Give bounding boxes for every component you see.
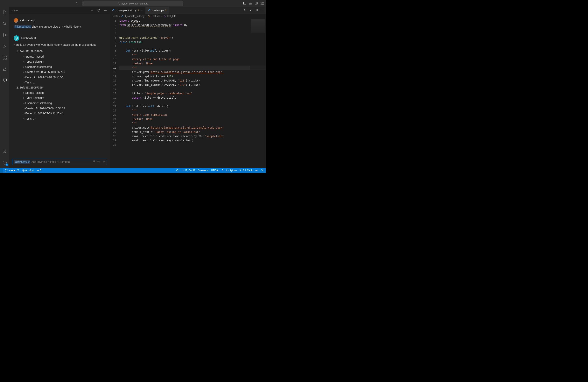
- more-icon[interactable]: [104, 9, 107, 12]
- customize-layout-icon[interactable]: [261, 2, 264, 5]
- svg-point-28: [148, 9, 149, 10]
- bot-avatar: [14, 35, 19, 41]
- svg-point-41: [257, 170, 257, 171]
- toggle-primary-sidebar-icon[interactable]: [243, 2, 246, 5]
- titlebar-nav: [75, 2, 85, 5]
- svg-point-31: [261, 10, 261, 10]
- minimap[interactable]: [250, 19, 266, 168]
- builds-list: Build ID: 29139969Status: PassedType: Se…: [20, 49, 105, 121]
- chat-view-icon[interactable]: [0, 76, 9, 84]
- tab-lt-sample-todo[interactable]: lt_sample_todo.py 2: [110, 7, 146, 14]
- sidebar-title: CHAT: [12, 9, 18, 12]
- svg-point-34: [5, 170, 6, 170]
- python-file-icon: [121, 15, 124, 18]
- sync-icon[interactable]: [17, 169, 19, 172]
- breadcrumb-file[interactable]: lt_sample_todo.py: [125, 15, 145, 18]
- run-icon[interactable]: [243, 9, 246, 12]
- breadcrumb[interactable]: tests › lt_sample_todo.py › TestLink › t…: [110, 14, 266, 19]
- extensions-view-icon[interactable]: [0, 54, 9, 62]
- svg-rect-3: [249, 2, 252, 4]
- search-text: pytest-selenium-sample: [122, 2, 148, 5]
- toggle-panel-icon[interactable]: [249, 2, 252, 5]
- class-symbol-icon: [147, 15, 150, 18]
- svg-point-35: [5, 171, 6, 171]
- code-content[interactable]: import pytest from selenium.webdriver.co…: [119, 19, 266, 168]
- close-tab-icon[interactable]: [140, 9, 143, 12]
- build-item: Build ID: 29097399Status: PassedType: Se…: [20, 85, 105, 121]
- run-dropdown-icon[interactable]: [249, 9, 252, 12]
- activity-bar: 1: [0, 7, 9, 168]
- command-center-search[interactable]: pytest-selenium-sample: [82, 1, 183, 6]
- testing-view-icon[interactable]: [0, 65, 9, 73]
- svg-rect-16: [3, 56, 4, 57]
- svg-point-13: [3, 36, 4, 37]
- new-chat-icon[interactable]: [91, 9, 94, 12]
- zoom-icon[interactable]: [176, 169, 179, 172]
- send-icon[interactable]: [97, 160, 100, 164]
- cursor-position[interactable]: Ln 12, Col 12: [181, 169, 195, 172]
- user-name: saksham-gg: [20, 19, 35, 22]
- breadcrumb-folder[interactable]: tests: [113, 15, 118, 18]
- breadcrumb-class[interactable]: TestLink: [151, 15, 160, 18]
- method-symbol-icon: [163, 15, 166, 18]
- language-mode[interactable]: Python: [226, 169, 237, 172]
- encoding[interactable]: UTF-8: [211, 169, 218, 172]
- remote-indicator[interactable]: [0, 168, 3, 173]
- split-editor-icon[interactable]: [255, 9, 258, 12]
- search-view-icon[interactable]: [0, 20, 9, 28]
- svg-point-32: [262, 10, 262, 10]
- nav-back-icon[interactable]: [75, 2, 78, 5]
- chat-body: saksham-gg @lambdatest show me an overvi…: [9, 14, 110, 157]
- build-detail: Status: Passed: [23, 90, 105, 95]
- svg-rect-7: [261, 2, 262, 3]
- build-detail: Ended At: 2024-05-10 08:50:54: [23, 75, 105, 80]
- copilot-icon[interactable]: [255, 169, 258, 172]
- run-debug-view-icon[interactable]: [0, 42, 9, 50]
- more-actions-icon[interactable]: [261, 9, 264, 12]
- svg-point-27: [113, 9, 113, 10]
- svg-rect-9: [261, 4, 262, 5]
- input-mention: @lambdatest: [14, 160, 30, 164]
- bot-name: LambdaTest: [21, 37, 36, 40]
- accounts-icon[interactable]: [0, 148, 9, 156]
- chat-input-field[interactable]: [32, 160, 91, 163]
- mic-icon[interactable]: [93, 160, 95, 164]
- ports-indicator[interactable]: 0: [36, 169, 41, 172]
- eol[interactable]: LF: [221, 169, 223, 172]
- build-detail: Tests: 1: [23, 80, 105, 85]
- tab-name: lt_sample_todo.py: [116, 9, 136, 12]
- history-icon[interactable]: [97, 9, 100, 12]
- python-interpreter[interactable]: 3.12.3 64-bit: [239, 169, 252, 172]
- svg-point-14: [5, 35, 6, 36]
- build-detail: Created At: 2024-05-10 08:50:36: [23, 69, 105, 75]
- chat-input[interactable]: @lambdatest: [12, 159, 107, 165]
- explorer-view-icon[interactable]: [0, 9, 9, 16]
- tab-conftest[interactable]: conftest.py 2: [146, 7, 169, 14]
- svg-rect-5: [255, 2, 258, 4]
- breadcrumb-method[interactable]: test_title: [167, 15, 176, 18]
- svg-point-22: [104, 10, 105, 10]
- title-bar: pytest-selenium-sample: [0, 0, 266, 7]
- build-detail: Created At: 2024-05-09 11:54:39: [23, 106, 105, 111]
- tab-modified-count: 2: [165, 9, 167, 12]
- build-detail: Ended At: 2024-05-09 12:25:44: [23, 111, 105, 116]
- build-detail: Tests: 3: [23, 116, 105, 121]
- indentation[interactable]: Spaces: 4: [198, 169, 209, 172]
- build-detail: Username: sakshamg: [23, 64, 105, 70]
- problems-indicator[interactable]: 0 4: [22, 169, 34, 172]
- bot-message: LambdaTest Here is an overview of your b…: [9, 34, 110, 123]
- status-bar: master 0 4 0 Ln 12, Col 12 Spaces: 4 UTF…: [0, 168, 266, 173]
- code-editor[interactable]: 1234567891011121314151617181920212223242…: [110, 19, 266, 168]
- nav-forward-icon[interactable]: [82, 2, 85, 5]
- git-branch[interactable]: master: [5, 169, 19, 172]
- source-control-view-icon[interactable]: [0, 31, 9, 39]
- bot-intro: Here is an overview of your build histor…: [14, 43, 105, 47]
- sidebar-header: CHAT: [9, 7, 110, 14]
- build-detail: Status: Passed: [23, 54, 105, 59]
- settings-gear-icon[interactable]: 1: [0, 159, 9, 167]
- notifications-icon[interactable]: [261, 169, 263, 172]
- toggle-secondary-sidebar-icon[interactable]: [255, 2, 258, 5]
- build-detail: Username: sakshamg: [23, 101, 105, 106]
- svg-rect-10: [262, 4, 263, 5]
- send-dropdown-icon[interactable]: [102, 160, 105, 164]
